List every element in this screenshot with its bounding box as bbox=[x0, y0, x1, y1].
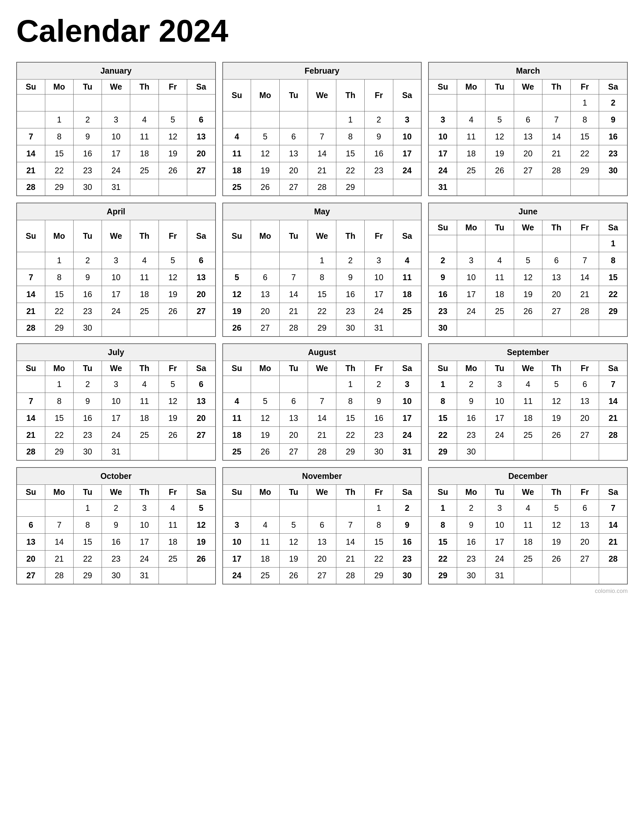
calendar-day bbox=[486, 443, 514, 460]
table-row: 22232425262728 bbox=[428, 427, 628, 443]
calendar-day: 27 bbox=[279, 179, 308, 196]
calendar-day: 29 bbox=[45, 179, 73, 196]
calendar-day: 27 bbox=[571, 427, 599, 443]
calendar-day: 11 bbox=[223, 145, 251, 162]
calendar-day: 9 bbox=[365, 393, 393, 409]
calendar-day: 25 bbox=[486, 303, 514, 320]
calendar-day bbox=[571, 443, 599, 460]
day-header-su: Su bbox=[223, 485, 251, 499]
calendar-day: 6 bbox=[308, 516, 336, 533]
calendar-day: 9 bbox=[73, 128, 102, 145]
day-header-su: Su bbox=[16, 79, 45, 94]
calendar-day: 28 bbox=[308, 443, 336, 460]
calendar-day: 10 bbox=[393, 393, 421, 409]
calendar-day: 7 bbox=[308, 393, 336, 409]
day-header-tu: Tu bbox=[486, 360, 514, 376]
calendar-day: 16 bbox=[102, 533, 130, 550]
day-header-su: Su bbox=[428, 79, 457, 94]
calendar-day: 23 bbox=[457, 550, 486, 567]
calendar-day bbox=[365, 179, 393, 196]
calendar-day bbox=[542, 567, 570, 584]
calendar-day: 30 bbox=[457, 567, 486, 584]
calendar-day: 22 bbox=[45, 162, 73, 179]
calendar-day: 16 bbox=[73, 286, 102, 303]
calendar-day: 26 bbox=[251, 179, 279, 196]
calendar-day: 7 bbox=[308, 128, 336, 145]
table-row: 9101112131415 bbox=[428, 269, 628, 286]
day-header-th: Th bbox=[542, 485, 570, 499]
table-row: 1234 bbox=[223, 252, 421, 269]
calendar-day: 21 bbox=[45, 550, 73, 567]
calendar-day: 1 bbox=[599, 235, 628, 252]
calendar-day: 14 bbox=[16, 286, 45, 303]
calendar-day: 27 bbox=[279, 443, 308, 460]
calendar-day: 21 bbox=[599, 533, 628, 550]
day-header-fr: Fr bbox=[365, 79, 393, 111]
calendar-day: 29 bbox=[571, 162, 599, 179]
day-header-sa: Sa bbox=[393, 79, 421, 111]
calendar-day: 14 bbox=[542, 128, 570, 145]
calendar-day bbox=[158, 320, 187, 336]
calendar-day: 29 bbox=[336, 443, 365, 460]
calendar-day bbox=[187, 179, 215, 196]
calendar-day: 7 bbox=[16, 269, 45, 286]
calendar-day: 10 bbox=[486, 516, 514, 533]
calendar-day: 26 bbox=[187, 550, 215, 567]
calendar-day: 22 bbox=[599, 286, 628, 303]
calendar-day: 6 bbox=[542, 252, 570, 269]
month-title-june: June bbox=[428, 203, 628, 220]
table-row: 2930 bbox=[428, 443, 628, 460]
month-table-september: SeptemberSuMoTuWeThFrSa12345678910111213… bbox=[428, 343, 628, 461]
day-header-sa: Sa bbox=[393, 220, 421, 252]
calendar-day: 15 bbox=[73, 533, 102, 550]
day-header-fr: Fr bbox=[571, 79, 599, 94]
calendar-day: 18 bbox=[251, 550, 279, 567]
calendar-day: 2 bbox=[599, 94, 628, 111]
calendar-day: 29 bbox=[428, 567, 457, 584]
calendar-day: 19 bbox=[486, 145, 514, 162]
table-row: 15161718192021 bbox=[428, 533, 628, 550]
table-row: 10111213141516 bbox=[223, 533, 421, 550]
table-row: 13141516171819 bbox=[16, 533, 216, 550]
calendar-day: 4 bbox=[514, 499, 542, 516]
calendar-day: 26 bbox=[158, 427, 187, 443]
calendar-day: 1 bbox=[45, 252, 73, 269]
calendar-day: 28 bbox=[308, 179, 336, 196]
calendar-day: 13 bbox=[251, 286, 279, 303]
calendar-day: 6 bbox=[251, 269, 279, 286]
calendar-day: 20 bbox=[279, 162, 308, 179]
calendar-day: 4 bbox=[130, 252, 158, 269]
day-header-mo: Mo bbox=[251, 220, 279, 252]
month-table-may: MaySuMoTuWeThFrSa12345678910111213141516… bbox=[223, 203, 422, 337]
calendar-day bbox=[251, 499, 279, 516]
calendar-day bbox=[599, 320, 628, 336]
table-row: 22232425262728 bbox=[428, 550, 628, 567]
calendar-day bbox=[223, 252, 251, 269]
calendar-day: 1 bbox=[428, 499, 457, 516]
day-header-fr: Fr bbox=[158, 220, 187, 252]
table-row: 3456789 bbox=[428, 111, 628, 128]
calendar-day: 20 bbox=[571, 409, 599, 427]
calendar-day: 6 bbox=[279, 128, 308, 145]
calendar-day: 30 bbox=[336, 320, 365, 336]
calendar-day: 12 bbox=[158, 269, 187, 286]
calendar-day: 10 bbox=[223, 533, 251, 550]
calendar-day: 1 bbox=[428, 376, 457, 393]
table-row: 24252627282930 bbox=[223, 567, 421, 584]
calendar-day: 23 bbox=[336, 303, 365, 320]
day-header-we: We bbox=[102, 485, 130, 499]
calendar-day: 24 bbox=[102, 427, 130, 443]
calendar-day: 8 bbox=[308, 269, 336, 286]
day-header-tu: Tu bbox=[486, 485, 514, 499]
calendar-day: 29 bbox=[336, 179, 365, 196]
calendar-day: 14 bbox=[336, 533, 365, 550]
table-row: 20212223242526 bbox=[16, 550, 216, 567]
calendar-day: 16 bbox=[73, 145, 102, 162]
calendar-day: 10 bbox=[102, 128, 130, 145]
calendar-day: 3 bbox=[486, 499, 514, 516]
calendar-day: 20 bbox=[279, 427, 308, 443]
table-row: 18192021222324 bbox=[223, 427, 421, 443]
calendar-day: 5 bbox=[279, 516, 308, 533]
day-header-we: We bbox=[514, 360, 542, 376]
table-row: 262728293031 bbox=[223, 320, 421, 336]
